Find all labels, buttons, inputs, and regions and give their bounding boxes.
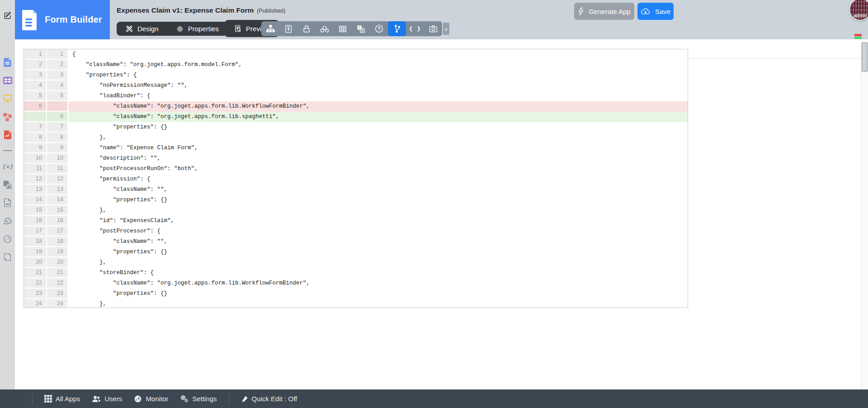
userview-builder-nav-icon[interactable] [3,94,12,103]
old-line-number: 13 [24,185,47,195]
datalist-builder-nav-icon[interactable] [3,76,12,85]
new-line-number: 10 [47,153,69,164]
app-header: Form Builder Expenses Claim v1: Expense … [15,0,868,39]
avatar[interactable]: admin [849,0,868,21]
chevron-right-icon: › [445,25,448,33]
new-line-number: 18 [47,237,69,247]
json-diff-viewer[interactable]: 1 1 { 2 2 "className": "org.joget.apps.f… [24,49,688,308]
code-line: "properties": { [69,70,688,81]
old-line-number: 5 [24,91,47,101]
diff-row: 22 22 "className": "org.joget.apps.form.… [24,278,688,289]
diff-row: 8 8 }, [24,133,688,143]
old-line-number: 8 [24,133,47,143]
license-icon[interactable] [3,252,12,261]
diff-row: 13 13 "className": "", [24,185,688,195]
grid-icon[interactable] [334,21,352,36]
diff-row: 23 23 "properties": {} [24,289,688,299]
code-line: "properties": {} [69,122,688,133]
old-line-number: 21 [24,268,47,278]
svg-text:?: ? [377,26,380,31]
save-label: Save [655,8,670,15]
binoculars-icon[interactable] [316,21,334,36]
sitemap-icon[interactable] [261,21,279,36]
resources-icon[interactable] [3,198,12,207]
diff-row: 17 17 "postProcessor": { [24,226,688,237]
plugins-icon[interactable] [3,216,12,225]
left-rail: {x} 文A [0,0,15,389]
diff-row: 10 10 "description": "", [24,153,688,164]
old-line-number: 10 [24,153,47,164]
diff-row: 6 "className": "org.joget.apps.form.lib.… [24,112,688,122]
footer-quick-edit-toggle[interactable]: Quick Edit : Off [241,395,297,403]
tab-design[interactable]: Design [117,22,167,36]
screenshot-camera-icon[interactable] [424,21,442,36]
code-line: "id": "ExpensesClaim", [69,216,688,226]
vertical-scrollbar[interactable] [861,39,868,389]
new-line-number: 7 [47,122,69,133]
tab-properties[interactable]: Properties [167,22,227,36]
old-line-number: 24 [24,299,47,308]
footer-monitor-label: Monitor [146,395,168,403]
new-line-number: 17 [47,226,69,237]
minimap-removed-mark [854,34,862,36]
old-line-number: 1 [24,49,47,60]
help-icon[interactable]: ? [370,21,388,36]
footer-users-label: Users [104,395,122,403]
report-nav-icon[interactable] [3,130,12,139]
code-line: "postProcessor": { [69,226,688,237]
old-line-number: 16 [24,216,47,226]
diff-row: 6 "className": "org.joget.apps.form.lib.… [24,101,688,112]
quick-edit-brush-icon [241,395,248,403]
code-line: "className": "", [69,237,688,247]
json-braces-icon[interactable]: { } [406,21,424,36]
settings-gears-icon [180,394,189,403]
footer-settings[interactable]: Settings [180,394,217,403]
code-line: }, [69,257,688,268]
mode-tabs: Design Properties Preview [117,20,279,38]
new-line-number: 21 [47,268,69,278]
code-line: "noPermissionMessage": "", [69,81,688,91]
save-button[interactable]: Save [637,3,674,20]
footer-users[interactable]: Users [92,395,122,403]
diff-row: 19 19 "properties": {} [24,247,688,257]
git-versions-icon[interactable] [388,21,406,36]
toolbar-more-chevron[interactable]: › [443,23,449,35]
code-line: "name": "Expense Claim Form", [69,143,688,153]
environment-variable-icon[interactable]: {x} [3,162,12,171]
edit-app-icon[interactable] [3,11,12,20]
old-line-number: 6 [24,101,47,112]
editor-pane-rule [687,58,861,59]
scrollbar-thumb[interactable] [862,43,868,71]
internationalization-icon[interactable]: 文A [3,180,12,189]
code-line: }, [69,205,688,216]
form-builder-logo: Form Builder [15,0,110,39]
process-builder-nav-icon[interactable] [3,112,12,121]
code-line: "className": "", [69,185,688,195]
form-builder-nav-icon[interactable] [3,58,12,67]
lock-icon[interactable] [297,21,316,36]
code-line: "permission": { [69,174,688,185]
builder-toolbar: 文A ? { } › [261,21,449,36]
performance-icon[interactable] [3,234,12,243]
new-line-number: 5 [47,91,69,101]
users-icon [92,395,101,403]
new-line-number: 13 [47,185,69,195]
new-line-number: 15 [47,205,69,216]
footer-all-apps-label: All Apps [56,395,80,403]
new-line-number: 8 [47,133,69,143]
generate-app-button[interactable]: Generate App [574,3,634,20]
main-content: 1 1 { 2 2 "className": "org.joget.apps.f… [15,39,861,389]
rail-divider [3,150,12,151]
new-line-number: 11 [47,164,69,174]
i18n-icon[interactable]: 文A [352,21,370,36]
form-builder-doc-icon [21,9,38,30]
old-line-number: 19 [24,247,47,257]
form-element-icon[interactable] [279,21,297,36]
footer-all-apps[interactable]: All Apps [44,395,80,403]
svg-text:A: A [8,185,10,189]
diff-row: 21 21 "storeBinder": { [24,268,688,278]
old-line-number: 9 [24,143,47,153]
footer-monitor[interactable]: Monitor [134,395,168,403]
bottom-nav-bar: All Apps Users Monitor Settings Quick Ed… [0,389,868,408]
design-pencil-icon [125,25,133,33]
